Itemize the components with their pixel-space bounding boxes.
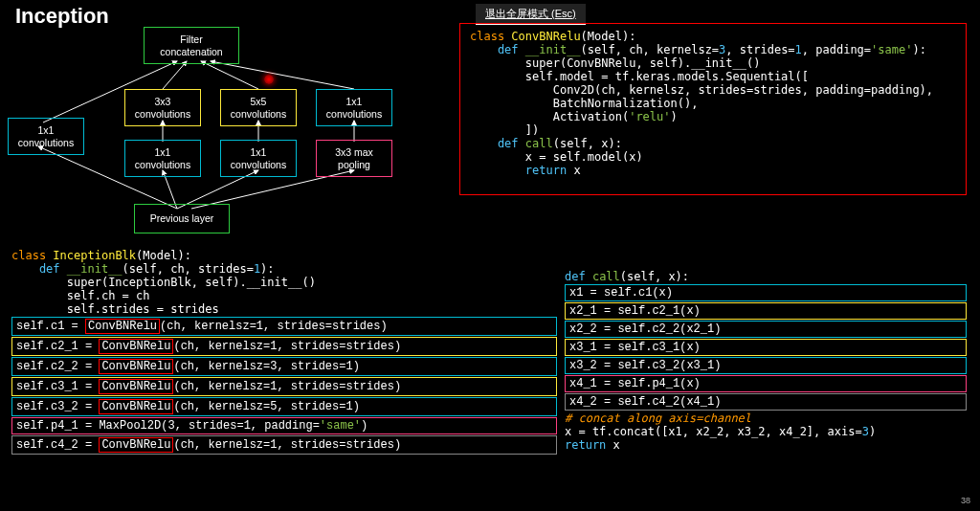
code-line-c3-1: self.c3_1 = ConvBNRelu(ch, kernelsz=1, s… (11, 377, 557, 396)
code-line-c2-2: self.c2_2 = ConvBNRelu(ch, kernelsz=3, s… (11, 357, 557, 376)
code-line: def call(self, x): (470, 137, 956, 150)
code-line-c1: self.c1 = ConvBNRelu(ch, kernelsz=1, str… (11, 317, 557, 336)
code-line: ]) (470, 123, 956, 137)
convbnrelu-ref: ConvBNRelu (99, 437, 173, 453)
convbnrelu-ref: ConvBNRelu (99, 359, 173, 374)
page-number: 38 (961, 496, 970, 505)
call-line-x2-2: x2_2 = self.c2_2(x2_1) (565, 321, 967, 338)
call-line-x4-2: x4_2 = self.c4_2(x4_1) (565, 393, 967, 411)
call-line-x3-2: x3_2 = self.c3_2(x3_1) (565, 357, 967, 374)
node-1x1-conv-r2c1: 1x1convolutions (124, 140, 201, 177)
code-line: return x (470, 164, 956, 177)
code-line: def __init__(self, ch, strides=1): (11, 262, 557, 276)
code-line-c4-2: self.c4_2 = ConvBNRelu(ch, kernelsz=1, s… (11, 435, 557, 455)
code-line: self.strides = strides (11, 302, 557, 316)
call-line-x1: x1 = self.c1(x) (565, 284, 967, 301)
svg-line-8 (163, 61, 187, 89)
code-line: def __init__(self, ch, kernelsz=3, strid… (470, 43, 956, 56)
node-1x1-conv-r1c3: 1x1convolutions (316, 89, 392, 126)
node-filter-concat: Filterconcatenation (144, 27, 239, 64)
node-3x3-maxpool: 3x3 maxpooling (316, 140, 392, 177)
code-inceptionblk-call: def call(self, x): x1 = self.c1(x) x2_1 … (565, 270, 967, 452)
code-line: return x (565, 438, 967, 452)
call-line-x3-1: x3_1 = self.c3_1(x) (565, 339, 967, 356)
laser-pointer-dot (264, 75, 274, 84)
code-line: class ConvBNRelu(Model): (470, 30, 956, 43)
code-line: x = tf.concat([x1, x2_2, x3_2, x4_2], ax… (565, 425, 967, 438)
code-line-c3-2: self.c3_2 = ConvBNRelu(ch, kernelsz=5, s… (11, 397, 557, 416)
convbnrelu-ref: ConvBNRelu (99, 399, 173, 414)
code-line: class InceptionBlk(Model): (11, 249, 557, 262)
convbnrelu-ref: ConvBNRelu (85, 319, 160, 334)
code-line: Conv2D(ch, kernelsz, strides=strides, pa… (470, 83, 956, 97)
code-line-c2-1: self.c2_1 = ConvBNRelu(ch, kernelsz=1, s… (11, 337, 557, 356)
code-line: Activation('relu') (470, 110, 956, 123)
convbnrelu-ref: ConvBNRelu (99, 339, 173, 354)
svg-line-10 (211, 61, 354, 89)
call-line-x2-1: x2_1 = self.c2_1(x) (565, 302, 967, 320)
code-comment: # concat along axis=channel (565, 411, 967, 425)
code-line: x = self.model(x) (470, 150, 956, 164)
convbnrelu-ref: ConvBNRelu (99, 379, 173, 394)
node-1x1-conv-left: 1x1convolutions (8, 118, 84, 155)
node-5x5-conv: 5x5convolutions (220, 89, 297, 126)
code-line: def call(self, x): (565, 270, 967, 283)
code-convbnrelu: class ConvBNRelu(Model): def __init__(se… (459, 23, 967, 195)
code-line: super(InceptionBlk, self).__init__() (11, 276, 557, 289)
code-line: self.model = tf.keras.models.Sequential(… (470, 70, 956, 83)
call-line-x4-1: x4_1 = self.p4_1(x) (565, 375, 967, 392)
node-previous-layer: Previous layer (134, 204, 230, 233)
code-inceptionblk-init: class InceptionBlk(Model): def __init__(… (11, 249, 557, 455)
code-line-p4-1: self.p4_1 = MaxPool2D(3, strides=1, padd… (11, 417, 557, 434)
inception-diagram: Filterconcatenation 1x1convolutions 3x3c… (0, 17, 440, 228)
node-1x1-conv-r2c2: 1x1convolutions (220, 140, 297, 177)
svg-line-9 (201, 61, 258, 89)
code-line: BatchNormalization(), (470, 97, 956, 110)
exit-fullscreen-button[interactable]: 退出全屏模式 (Esc) (476, 4, 586, 25)
node-3x3-conv: 3x3convolutions (124, 89, 201, 126)
code-line: super(ConvBNRelu, self).__init__() (470, 56, 956, 70)
code-line: self.ch = ch (11, 289, 557, 302)
